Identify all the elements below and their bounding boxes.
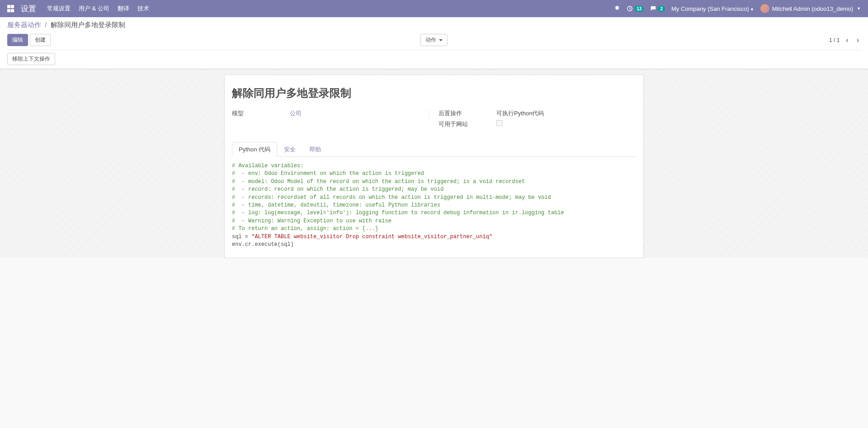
activities-badge: 13: [634, 6, 644, 12]
avatar: [760, 4, 769, 13]
record-title: 解除同用户多地登录限制: [232, 86, 636, 100]
label-model: 模型: [232, 109, 290, 118]
create-button[interactable]: 创建: [30, 34, 51, 46]
tab-help[interactable]: 帮助: [302, 142, 328, 157]
tab-security[interactable]: 安全: [277, 142, 302, 157]
menu-general[interactable]: 常规设置: [47, 5, 71, 13]
activities-icon[interactable]: 13: [627, 5, 644, 12]
edit-button[interactable]: 编辑: [7, 34, 28, 46]
chevron-down-icon: ▼: [750, 7, 754, 12]
chevron-down-icon: ▼: [857, 6, 861, 11]
breadcrumb-parent[interactable]: 服务器动作: [7, 21, 41, 28]
breadcrumb-current: 解除同用户多地登录限制: [51, 21, 125, 28]
label-after-action: 后置操作: [439, 109, 496, 118]
pager[interactable]: 1 / 1: [829, 37, 840, 43]
menu-users[interactable]: 用户 & 公司: [79, 5, 109, 13]
pager-prev[interactable]: ‹: [844, 36, 850, 44]
menu-translate[interactable]: 翻译: [118, 5, 129, 13]
action-dropdown[interactable]: 动作: [420, 34, 448, 46]
topnav-menu: 常规设置 用户 & 公司 翻译 技术: [47, 5, 149, 13]
menu-technical[interactable]: 技术: [137, 5, 149, 13]
breadcrumb: 服务器动作 / 解除同用户多地登录限制: [7, 21, 861, 29]
debug-icon[interactable]: [614, 5, 620, 12]
value-after-action: 可执行Python代码: [496, 109, 636, 118]
company-label: My Company (San Francisco): [671, 5, 749, 12]
discuss-badge: 2: [658, 6, 665, 12]
discuss-icon[interactable]: 2: [650, 5, 665, 12]
user-menu[interactable]: Mitchell Admin (odoo13_demo)▼: [760, 4, 861, 13]
python-code-block: # Available variables: # - env: Odoo Env…: [232, 162, 636, 249]
form-sheet: 解除同用户多地登录限制 模型 公司 后置操作 可执行Python代码 可用于网站: [224, 75, 644, 258]
tab-python-code[interactable]: Python 代码: [232, 142, 277, 157]
apps-icon[interactable]: [7, 5, 14, 12]
topnav: 设置 常规设置 用户 & 公司 翻译 技术 13 2 My Company (S…: [0, 0, 868, 17]
control-panel: 服务器动作 / 解除同用户多地登录限制 编辑 创建 动作 1 / 1 ‹ › 移…: [0, 17, 868, 69]
form-bg: 解除同用户多地登录限制 模型 公司 后置操作 可执行Python代码 可用于网站: [0, 69, 868, 258]
label-website: 可用于网站: [439, 120, 496, 128]
app-brand[interactable]: 设置: [21, 4, 36, 14]
company-switcher[interactable]: My Company (San Francisco)▼: [671, 5, 754, 12]
value-model[interactable]: 公司: [290, 109, 420, 118]
checkbox-website: [496, 120, 502, 126]
pager-next[interactable]: ›: [855, 36, 861, 44]
tabs: Python 代码 安全 帮助: [232, 142, 636, 157]
breadcrumb-sep: /: [45, 21, 47, 28]
user-label: Mitchell Admin (odoo13_demo): [772, 5, 853, 12]
remove-context-button[interactable]: 移除上下文操作: [7, 53, 55, 65]
